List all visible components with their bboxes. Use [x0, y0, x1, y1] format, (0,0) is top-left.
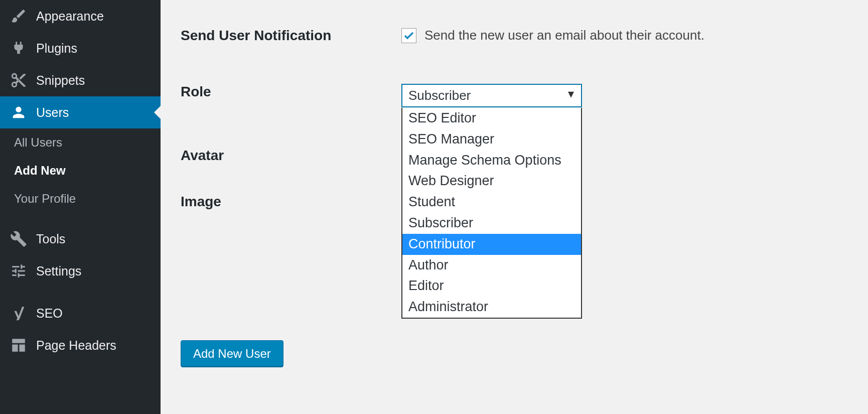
sidebar-item-seo[interactable]: SEO: [0, 297, 161, 329]
sliders-icon: [10, 262, 27, 280]
sidebar-item-label: Tools: [36, 232, 65, 246]
role-option-student[interactable]: Student: [402, 192, 581, 213]
scissors-icon: [10, 72, 27, 89]
sidebar-item-label: Appearance: [36, 9, 104, 24]
role-label: Role: [181, 84, 401, 100]
role-option-administrator[interactable]: Administrator: [402, 297, 581, 318]
add-new-user-button[interactable]: Add New User: [181, 340, 283, 367]
row-send-notification: Send User Notification Send the new user…: [181, 28, 848, 44]
sidebar-item-appearance[interactable]: Appearance: [0, 0, 161, 32]
row-role: Role Subscriber SEO Editor SEO Manager M…: [181, 84, 848, 107]
role-option-web-designer[interactable]: Web Designer: [402, 171, 581, 192]
plug-icon: [10, 40, 27, 57]
role-option-contributor[interactable]: Contributor: [402, 234, 581, 255]
main-content: Send User Notification Send the new user…: [161, 0, 868, 414]
sidebar-item-settings[interactable]: Settings: [0, 255, 161, 287]
admin-sidebar: Appearance Plugins Snippets Users All Us…: [0, 0, 161, 414]
role-option-seo-manager[interactable]: SEO Manager: [402, 129, 581, 150]
layout-icon: [10, 337, 27, 354]
role-option-author[interactable]: Author: [402, 255, 581, 276]
role-select-display[interactable]: Subscriber: [401, 84, 582, 107]
send-notification-checkbox[interactable]: [401, 28, 416, 43]
sidebar-item-label: Snippets: [36, 73, 85, 88]
image-label: Image: [181, 194, 401, 210]
role-select[interactable]: Subscriber SEO Editor SEO Manager Manage…: [401, 84, 582, 107]
sidebar-item-label: Page Headers: [36, 338, 116, 353]
submenu-item-all-users[interactable]: All Users: [0, 128, 161, 157]
yoast-icon: [10, 305, 27, 322]
sidebar-submenu-users: All Users Add New Your Profile: [0, 128, 161, 213]
sidebar-item-tools[interactable]: Tools: [0, 223, 161, 255]
brush-icon: [10, 8, 27, 25]
submenu-item-add-new[interactable]: Add New: [0, 157, 161, 185]
submenu-item-your-profile[interactable]: Your Profile: [0, 185, 161, 213]
check-icon: [403, 30, 415, 42]
wrench-icon: [10, 230, 27, 247]
role-option-seo-editor[interactable]: SEO Editor: [402, 108, 581, 129]
sidebar-item-plugins[interactable]: Plugins: [0, 32, 161, 64]
user-icon: [10, 104, 27, 121]
role-select-dropdown: SEO Editor SEO Manager Manage Schema Opt…: [401, 108, 582, 319]
sidebar-item-page-headers[interactable]: Page Headers: [0, 329, 161, 361]
sidebar-item-label: SEO: [36, 306, 63, 321]
sidebar-item-users[interactable]: Users: [0, 96, 161, 128]
avatar-label: Avatar: [181, 148, 401, 164]
role-option-manage-schema-options[interactable]: Manage Schema Options: [402, 150, 581, 171]
sidebar-item-label: Plugins: [36, 41, 77, 56]
role-option-editor[interactable]: Editor: [402, 275, 581, 297]
sidebar-item-label: Users: [36, 105, 69, 120]
sidebar-item-snippets[interactable]: Snippets: [0, 64, 161, 96]
sidebar-item-label: Settings: [36, 264, 81, 279]
role-option-subscriber[interactable]: Subscriber: [402, 213, 581, 234]
send-notification-label: Send User Notification: [181, 28, 401, 44]
send-notification-checkbox-label: Send the new user an email about their a…: [424, 28, 704, 43]
